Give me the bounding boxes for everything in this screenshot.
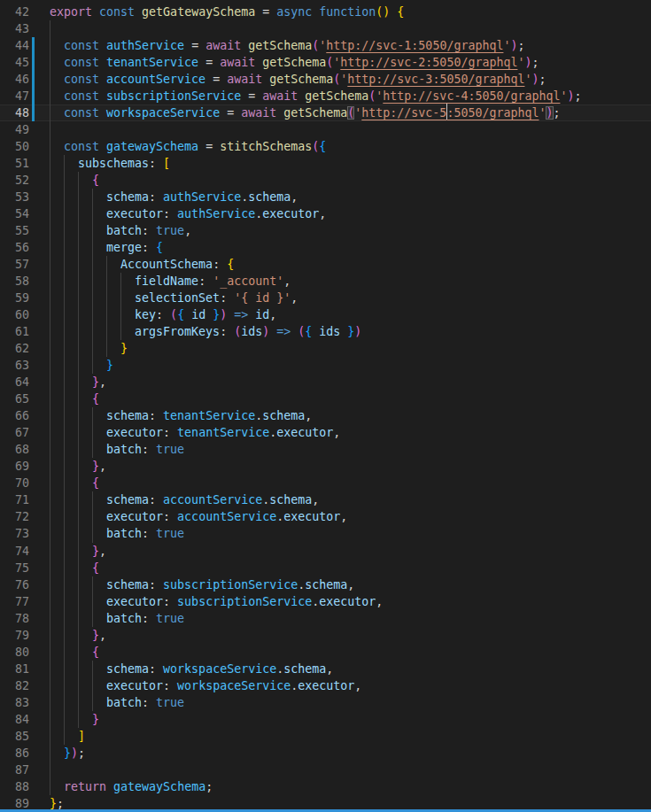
- code-line[interactable]: 77 executor: subscriptionService.executo…: [0, 593, 651, 610]
- line-number[interactable]: 73: [0, 525, 29, 542]
- line-number[interactable]: 60: [0, 306, 29, 323]
- git-modified-indicator[interactable]: [32, 71, 35, 88]
- code-line[interactable]: 70 {: [0, 475, 651, 491]
- code-line[interactable]: 78 batch: true: [0, 610, 651, 627]
- code-line[interactable]: 64 },: [0, 374, 651, 391]
- code-line[interactable]: 81 schema: workspaceService.schema,: [0, 661, 651, 677]
- code-line[interactable]: 49: [0, 121, 651, 138]
- code-line[interactable]: 48 const workspaceService = await getSch…: [0, 104, 651, 121]
- code-line[interactable]: 84 }: [0, 711, 651, 728]
- code-line[interactable]: 45 const tenantService = await getSchema…: [0, 54, 651, 71]
- code-line[interactable]: 86 });: [0, 745, 651, 762]
- code-line[interactable]: 56 merge: {: [0, 239, 651, 256]
- git-modified-indicator[interactable]: [32, 54, 35, 71]
- line-number[interactable]: 44: [0, 37, 29, 54]
- code-line[interactable]: 69 },: [0, 458, 651, 475]
- code-line[interactable]: 57 AccountSchema: {: [0, 256, 651, 273]
- code-line[interactable]: 42export const getGatewaySchema = async …: [0, 4, 651, 20]
- line-number[interactable]: 79: [0, 627, 29, 644]
- line-number[interactable]: 49: [0, 121, 29, 138]
- code-line[interactable]: 63 }: [0, 357, 651, 374]
- line-number[interactable]: 48: [0, 104, 29, 121]
- line-number[interactable]: 54: [0, 205, 29, 222]
- line-number[interactable]: 59: [0, 290, 29, 306]
- line-number[interactable]: 81: [0, 661, 29, 677]
- code-line[interactable]: 82 executor: workspaceService.executor,: [0, 677, 651, 694]
- line-number[interactable]: 63: [0, 357, 29, 374]
- line-number[interactable]: 66: [0, 407, 29, 424]
- line-number[interactable]: 77: [0, 593, 29, 610]
- line-number[interactable]: 55: [0, 222, 29, 239]
- line-number[interactable]: 70: [0, 475, 29, 491]
- code-line[interactable]: 58 fieldName: '_account',: [0, 273, 651, 290]
- line-number[interactable]: 52: [0, 172, 29, 189]
- code-line[interactable]: 62 }: [0, 340, 651, 357]
- line-number[interactable]: 69: [0, 458, 29, 475]
- line-number[interactable]: 87: [0, 762, 29, 778]
- code-line[interactable]: 76 schema: subscriptionService.schema,: [0, 576, 651, 593]
- code-line[interactable]: 88 return gatewaySchema;: [0, 778, 651, 795]
- code-line[interactable]: 55 batch: true,: [0, 222, 651, 239]
- line-number[interactable]: 58: [0, 273, 29, 290]
- line-number[interactable]: 50: [0, 138, 29, 155]
- code-line[interactable]: 83 batch: true: [0, 694, 651, 711]
- code-line[interactable]: 51 subschemas: [: [0, 155, 651, 172]
- line-number[interactable]: 68: [0, 441, 29, 458]
- code-line[interactable]: 46 const accountService = await getSchem…: [0, 71, 651, 88]
- code-editor[interactable]: 42export const getGatewaySchema = async …: [0, 0, 651, 812]
- line-number[interactable]: 72: [0, 508, 29, 525]
- line-number[interactable]: 62: [0, 340, 29, 357]
- line-number[interactable]: 64: [0, 374, 29, 391]
- code-line[interactable]: 44 const authService = await getSchema('…: [0, 37, 651, 54]
- line-number[interactable]: 51: [0, 155, 29, 172]
- code-line[interactable]: 87: [0, 762, 651, 778]
- code-line[interactable]: 54 executor: authService.executor,: [0, 205, 651, 222]
- code-line[interactable]: 68 batch: true: [0, 441, 651, 458]
- line-number[interactable]: 85: [0, 728, 29, 745]
- code-line[interactable]: 85 ]: [0, 728, 651, 745]
- code-line[interactable]: 53 schema: authService.schema,: [0, 189, 651, 205]
- line-number[interactable]: 84: [0, 711, 29, 728]
- code-line[interactable]: 75 {: [0, 560, 651, 576]
- line-number[interactable]: 86: [0, 745, 29, 762]
- line-number[interactable]: 45: [0, 54, 29, 71]
- git-modified-indicator[interactable]: [32, 104, 35, 121]
- line-number[interactable]: 71: [0, 491, 29, 508]
- code-line[interactable]: 61 argsFromKeys: (ids) => ({ ids }): [0, 323, 651, 340]
- line-number[interactable]: 61: [0, 323, 29, 340]
- code-line[interactable]: 71 schema: accountService.schema,: [0, 491, 651, 508]
- line-number[interactable]: 82: [0, 677, 29, 694]
- line-number[interactable]: 43: [0, 20, 29, 37]
- line-number[interactable]: 88: [0, 778, 29, 795]
- line-number[interactable]: 57: [0, 256, 29, 273]
- line-number[interactable]: 56: [0, 239, 29, 256]
- code-line[interactable]: 50 const gatewaySchema = stitchSchemas({: [0, 138, 651, 155]
- line-number[interactable]: 47: [0, 88, 29, 104]
- code-line[interactable]: 59 selectionSet: '{ id }',: [0, 290, 651, 306]
- code-line[interactable]: 60 key: ({ id }) => id,: [0, 306, 651, 323]
- code-line[interactable]: 74 },: [0, 543, 651, 560]
- code-line[interactable]: 67 executor: tenantService.executor,: [0, 424, 651, 441]
- code-line[interactable]: 72 executor: accountService.executor,: [0, 508, 651, 525]
- line-number[interactable]: 42: [0, 4, 29, 20]
- code-line[interactable]: 47 const subscriptionService = await get…: [0, 88, 651, 104]
- code-line[interactable]: 66 schema: tenantService.schema,: [0, 407, 651, 424]
- line-number[interactable]: 83: [0, 694, 29, 711]
- code-line[interactable]: 79 },: [0, 627, 651, 644]
- code-line[interactable]: 73 batch: true: [0, 525, 651, 542]
- code-line[interactable]: 65 {: [0, 391, 651, 407]
- line-number[interactable]: 53: [0, 189, 29, 205]
- line-number[interactable]: 65: [0, 391, 29, 407]
- line-number[interactable]: 78: [0, 610, 29, 627]
- git-modified-indicator[interactable]: [32, 37, 35, 54]
- line-number[interactable]: 75: [0, 560, 29, 576]
- line-number[interactable]: 67: [0, 424, 29, 441]
- line-number[interactable]: 76: [0, 576, 29, 593]
- line-number[interactable]: 46: [0, 71, 29, 88]
- line-number[interactable]: 80: [0, 644, 29, 661]
- git-modified-indicator[interactable]: [32, 88, 35, 104]
- code-line[interactable]: 52 {: [0, 172, 651, 189]
- line-number[interactable]: 74: [0, 543, 29, 560]
- code-line[interactable]: 80 {: [0, 644, 651, 661]
- code-line[interactable]: 43: [0, 20, 651, 37]
